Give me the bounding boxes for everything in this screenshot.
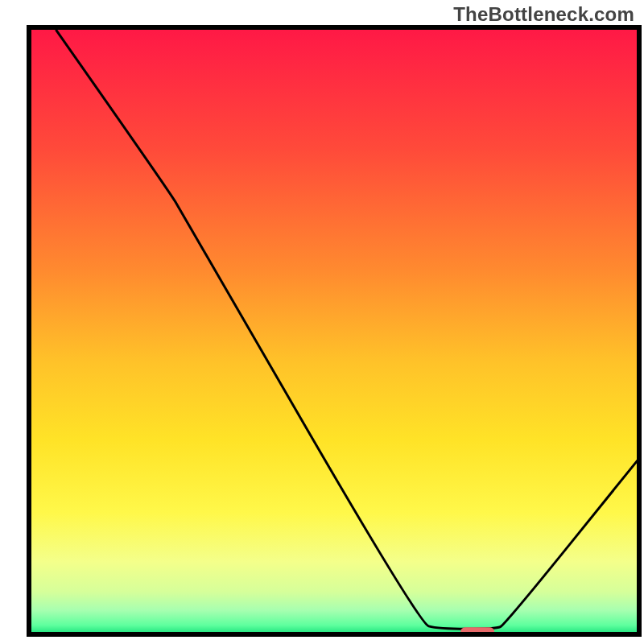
gradient-background [29,27,639,634]
chart-svg [0,0,644,644]
watermark-text: TheBottleneck.com [453,3,634,26]
bottleneck-chart: TheBottleneck.com [0,0,644,644]
